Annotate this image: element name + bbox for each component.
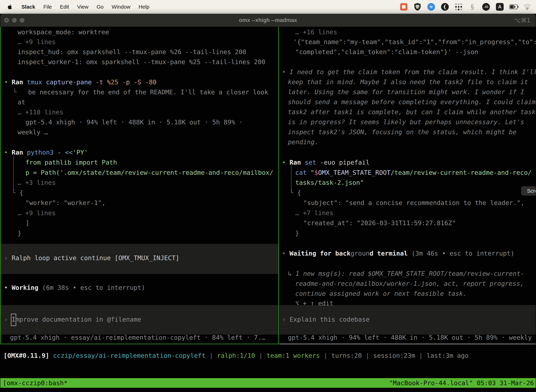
menu-bar-left: Slack File Edit View Go Window Help — [0, 3, 149, 10]
terminal-text-segment: } — [18, 229, 21, 237]
terminal-text-segment: -t — [96, 79, 107, 86]
terminal-text-segment: … +3 lines — [18, 179, 56, 186]
terminal-text-segment: last:3m ago — [427, 352, 469, 359]
menu-item-view[interactable]: View — [77, 4, 88, 10]
omx-status-line: [OMX#0.11.9] cczip/essay/ai-reimplementa… — [0, 350, 536, 361]
terminal-text-segment: %25 — [107, 79, 122, 86]
terminal-text-segment: should send a message before completing … — [288, 98, 536, 106]
terminal-text-segment: | — [209, 352, 217, 359]
window-shortcut-badge: ⌥⌘1 — [514, 14, 530, 27]
menu-item-window[interactable]: Window — [112, 4, 130, 10]
terminal-text-segment: OMX_TEAM_STATE_ROOT — [318, 169, 391, 176]
terminal-line: • Ran tmux capture-pane -t %25 -p -S -80 — [4, 77, 157, 87]
apple-menu-icon[interactable] — [7, 3, 13, 10]
terminal-text-segment: groun — [350, 250, 369, 257]
battery-61-icon[interactable]: ..61 — [482, 3, 490, 11]
terminal-text-segment: Ran — [289, 159, 305, 166]
tmux-pane-worker[interactable]: … +16 lines'{"team_name":"my-team","task… — [279, 27, 536, 344]
terminal-line: cat "$OMX_TEAM_STATE_ROOT/team/review-cu… — [295, 168, 531, 177]
terminal-text-segment: weekly … — [18, 129, 48, 136]
terminal-text-segment: "completed","claim_token":"claim-token"}… — [295, 48, 478, 56]
terminal-text-segment: › — [4, 254, 12, 261]
terminal-text-segment: Ralph loop active continue [OMX_TMUX_INJ… — [12, 254, 179, 261]
terminal-text-segment: << — [65, 149, 73, 156]
screen-tooltip-label: Scre — [527, 188, 536, 194]
terminal-text-segment: (3m 46s • esc to interrupt) — [412, 250, 514, 257]
terminal-text-segment: tasks/task-2.json" — [295, 179, 364, 186]
terminal-line: task2 after task1 is complete, but can I… — [288, 107, 536, 117]
terminal-line: inspect_worker-1: omx sparkshell --tmux-… — [18, 57, 265, 67]
menu-item-help[interactable]: Help — [139, 4, 149, 10]
terminal-line: '{"team_name":"my-team","task_id":"1","f… — [293, 37, 536, 47]
terminal-line: at — [18, 97, 25, 107]
terminal-text-segment: ] — [25, 219, 29, 227]
terminal-line: … +110 lines — [18, 107, 63, 117]
terminal-text-segment: "worker": "worker-1", — [25, 199, 105, 206]
terminal-text-segment: keep that in mind. Maybe I also need the… — [288, 78, 528, 85]
terminal-line: later. Using the same for transition mig… — [288, 87, 524, 97]
terminal-text-segment: • — [282, 159, 289, 166]
menu-item-file[interactable]: File — [43, 4, 52, 10]
chat-app-icon[interactable] — [400, 3, 408, 11]
window-title: omx --xhigh --madmax — [0, 17, 536, 23]
input-source-a-icon[interactable]: A — [496, 3, 504, 11]
battery-charging-icon[interactable] — [509, 3, 518, 11]
squiggle-icon[interactable]: § — [468, 3, 477, 11]
dots-grid-icon[interactable] — [455, 3, 463, 11]
terminal-text-segment: Ran — [12, 79, 27, 86]
terminal-text-segment: └ — [290, 189, 297, 196]
terminal-text-segment: Working — [12, 284, 42, 291]
window-titlebar[interactable]: omx --xhigh --madmax ⌥⌘1 — [0, 14, 536, 27]
terminal-line: is in progress? It seems likely but perh… — [288, 117, 524, 127]
terminal-text-segment: | — [259, 352, 266, 359]
terminal-text-segment: Explain this codebase — [289, 316, 369, 323]
terminal-line: └ { — [12, 188, 23, 198]
terminal-text-segment: ralph:1/10 — [217, 352, 259, 359]
tmux-pane-hud[interactable]: workspace_mode: worktree… +9 linesinspec… — [0, 27, 279, 344]
terminal-text-segment: Ran — [12, 149, 27, 156]
terminal-text-segment: gpt-5.4 xhigh · essay/ai-reimplementatio… — [10, 334, 265, 341]
terminal-line: … +16 lines — [295, 27, 337, 37]
terminal-line: └ { — [290, 188, 301, 198]
terminal-text-segment: is in progress? It seems likely but perh… — [288, 118, 524, 126]
terminal-line: • Waiting for background terminal (3m 46… — [282, 248, 514, 258]
tmux-status-bar: [omx-cczip0:bash* "MacBook-Pro-44.local"… — [0, 378, 536, 388]
terminal-text-segment: └ — [12, 189, 19, 196]
terminal-line: … +9 lines — [18, 37, 56, 47]
terminal-text-segment: "created_at": "2026-03-31T11:59:27.816Z" — [303, 219, 456, 227]
terminal-line: └ be necessary for the end of the README… — [13, 87, 268, 97]
connector-line — [13, 155, 14, 191]
terminal-text-segment: • — [4, 79, 12, 86]
terminal-text-segment: '{"team_name":"my-team","task_id":"1","f… — [293, 38, 536, 46]
wifi-icon[interactable] — [523, 3, 531, 11]
terminal-text-segment: gpt-5.4 xhigh · 94% left · 488K in · 5.1… — [288, 334, 536, 341]
terminal-text-segment: { — [19, 189, 23, 196]
terminal-line: } — [295, 228, 299, 238]
terminal-line: • Ran set -euo pipefail — [282, 157, 370, 167]
terminal-text-segment: I need to get the claim token from the c… — [289, 68, 536, 75]
terminal-line: • Ran python3 - <<'PY' — [4, 147, 88, 157]
menu-item-edit[interactable]: Edit — [60, 4, 69, 10]
dark-disc-icon[interactable] — [441, 3, 449, 11]
terminal-text-segment: " — [311, 169, 314, 176]
zoom-button[interactable] — [20, 18, 24, 23]
terminal-line: should send a message before completing … — [288, 97, 536, 107]
close-button[interactable] — [4, 18, 9, 23]
menu-item-app[interactable]: Slack — [21, 4, 35, 10]
input-source-label: A — [496, 3, 504, 11]
minimize-button[interactable] — [12, 18, 17, 23]
terminal-line: "worker": "worker-1", — [25, 198, 105, 208]
terminal-text-segment: -p -S -80 — [122, 79, 157, 86]
terminal-text-segment: inspect task2's JSON, focusing on the st… — [288, 128, 517, 135]
messenger-bolt-icon[interactable] — [427, 3, 436, 11]
terminal-text-segment: turns:20 — [331, 352, 366, 359]
shield-icon[interactable] — [413, 3, 422, 11]
terminal-text-segment: task2 after task1 is complete, but can I… — [288, 108, 536, 116]
terminal-text-segment: - — [57, 149, 65, 156]
terminal-text-segment: cat — [295, 169, 311, 176]
menu-item-go[interactable]: Go — [96, 4, 104, 10]
terminal-text-segment: | — [324, 352, 331, 359]
terminal-text-segment: › — [282, 316, 289, 323]
terminal-line: } — [18, 228, 21, 238]
terminal-line: "subject": "send a concise recommendatio… — [303, 198, 524, 208]
